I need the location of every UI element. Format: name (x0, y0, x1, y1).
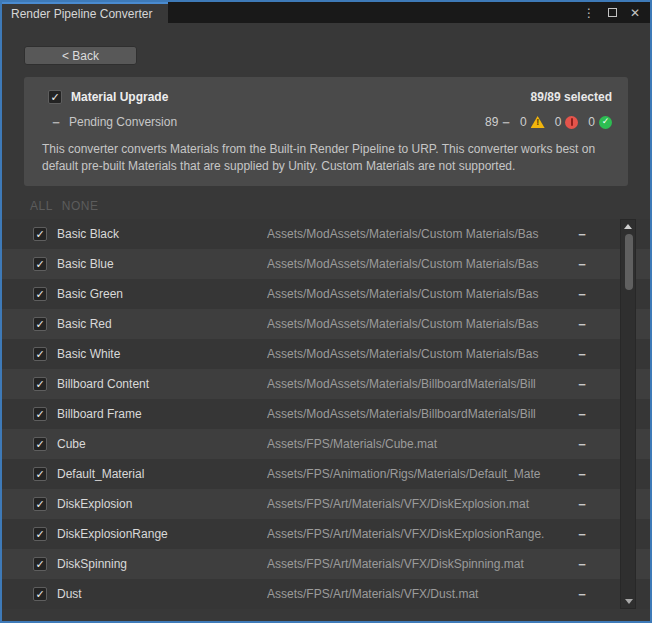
titlebar-controls: ⋮ ✕ (583, 2, 650, 23)
pending-label: Pending Conversion (69, 115, 177, 129)
check-icon: ✓ (35, 228, 44, 239)
pending-minus-icon: − (50, 116, 62, 129)
pending-status-icon: − (576, 377, 588, 392)
selection-controls: ALL NONE (30, 199, 650, 213)
title-bar: Render Pipeline Converter ⋮ ✕ (2, 2, 650, 23)
material-row[interactable]: ✓ DiskExplosion Assets/FPS/Art/Materials… (2, 489, 650, 519)
kebab-menu-icon[interactable]: ⋮ (583, 7, 595, 19)
converter-checkbox[interactable]: ✓ (48, 90, 62, 104)
maximize-icon[interactable] (608, 6, 617, 19)
material-row[interactable]: ✓ Billboard Content Assets/ModAssets/Mat… (2, 369, 650, 399)
select-all-button[interactable]: ALL (30, 199, 53, 213)
pending-status-icon: − (576, 497, 588, 512)
material-name: Billboard Frame (57, 407, 267, 421)
check-icon: ✓ (50, 91, 59, 102)
material-checkbox[interactable]: ✓ (33, 377, 47, 391)
material-name: Dust (57, 587, 267, 601)
select-none-button[interactable]: NONE (62, 199, 99, 213)
material-checkbox[interactable]: ✓ (33, 587, 47, 601)
pending-conversion-row: − Pending Conversion 89 − 0 0 (34, 115, 616, 129)
converter-header-row: ✓ Material Upgrade 89/89 selected (34, 90, 616, 104)
material-path: Assets/FPS/Art/Materials/VFX/DiskSpinnin… (267, 557, 576, 571)
vertical-scrollbar[interactable] (620, 219, 636, 609)
material-row[interactable]: ✓ Billboard Frame Assets/ModAssets/Mater… (2, 399, 650, 429)
material-name: Basic Blue (57, 257, 267, 271)
success-icon (599, 116, 612, 129)
check-icon: ✓ (35, 588, 44, 599)
pending-status-icon: − (576, 467, 588, 482)
pending-status-icon: − (576, 557, 588, 572)
material-row[interactable]: ✓ DiskSpinning Assets/FPS/Art/Materials/… (2, 549, 650, 579)
pending-status-icon: − (576, 257, 588, 272)
check-icon: ✓ (35, 558, 44, 569)
check-icon: ✓ (35, 408, 44, 419)
material-name: DiskExplosion (57, 497, 267, 511)
material-row[interactable]: ✓ Basic Blue Assets/ModAssets/Materials/… (2, 249, 650, 279)
material-name: DiskSpinning (57, 557, 267, 571)
check-icon: ✓ (35, 498, 44, 509)
materials-list: ✓ Basic Black Assets/ModAssets/Materials… (2, 219, 650, 609)
minus-icon: − (502, 116, 510, 129)
tab-render-pipeline-converter[interactable]: Render Pipeline Converter (2, 2, 168, 23)
material-path: Assets/FPS/Animation/Rigs/Materials/Defa… (267, 467, 576, 481)
pending-status-icon: − (576, 407, 588, 422)
material-checkbox[interactable]: ✓ (33, 317, 47, 331)
material-checkbox[interactable]: ✓ (33, 257, 47, 271)
material-row[interactable]: ✓ Basic Green Assets/ModAssets/Materials… (2, 279, 650, 309)
material-path: Assets/ModAssets/Materials/Custom Materi… (267, 347, 576, 361)
scroll-up-icon[interactable] (624, 224, 632, 229)
converter-description: This converter converts Materials from t… (42, 141, 616, 175)
material-path: Assets/ModAssets/Materials/Custom Materi… (267, 257, 576, 271)
selected-summary: 89/89 selected (531, 90, 616, 104)
material-checkbox[interactable]: ✓ (33, 527, 47, 541)
pending-status-icon: − (576, 347, 588, 362)
material-checkbox[interactable]: ✓ (33, 347, 47, 361)
titlebar-spacer (168, 2, 583, 23)
pending-status-icon: − (576, 527, 588, 542)
material-checkbox[interactable]: ✓ (33, 287, 47, 301)
pending-status-icon: − (576, 587, 588, 602)
material-path: Assets/FPS/Materials/Cube.mat (267, 437, 576, 451)
converter-name: Material Upgrade (71, 90, 168, 104)
error-count-group: 0 (555, 115, 579, 129)
material-path: Assets/ModAssets/Materials/BillboardMate… (267, 407, 576, 421)
check-icon: ✓ (35, 468, 44, 479)
warning-count-group: 0 (520, 115, 545, 129)
material-checkbox[interactable]: ✓ (33, 497, 47, 511)
check-icon: ✓ (35, 378, 44, 389)
material-row[interactable]: ✓ Default_Material Assets/FPS/Animation/… (2, 459, 650, 489)
material-name: Billboard Content (57, 377, 267, 391)
material-row[interactable]: ✓ Basic Black Assets/ModAssets/Materials… (2, 219, 650, 249)
material-checkbox[interactable]: ✓ (33, 437, 47, 451)
window-title: Render Pipeline Converter (11, 7, 152, 21)
close-icon[interactable]: ✕ (630, 7, 640, 19)
material-row[interactable]: ✓ DiskExplosionRange Assets/FPS/Art/Mate… (2, 519, 650, 549)
check-icon: ✓ (35, 318, 44, 329)
check-icon: ✓ (35, 258, 44, 269)
material-row[interactable]: ✓ Basic Red Assets/ModAssets/Materials/C… (2, 309, 650, 339)
warning-icon (531, 116, 545, 128)
material-row[interactable]: ✓ Basic White Assets/ModAssets/Materials… (2, 339, 650, 369)
scrollbar-thumb[interactable] (625, 234, 633, 290)
material-checkbox[interactable]: ✓ (33, 557, 47, 571)
material-name: DiskExplosionRange (57, 527, 267, 541)
material-checkbox[interactable]: ✓ (33, 407, 47, 421)
back-button[interactable]: < Back (24, 46, 137, 65)
conversion-counters: 89 − 0 0 0 (485, 115, 616, 129)
material-checkbox[interactable]: ✓ (33, 227, 47, 241)
material-checkbox[interactable]: ✓ (33, 467, 47, 481)
material-row[interactable]: ✓ Dust Assets/FPS/Art/Materials/VFX/Dust… (2, 579, 650, 609)
materials-list-area: ✓ Basic Black Assets/ModAssets/Materials… (2, 219, 650, 621)
material-path: Assets/FPS/Art/Materials/VFX/Dust.mat (267, 587, 576, 601)
success-count-group: 0 (588, 115, 612, 129)
check-icon: ✓ (35, 348, 44, 359)
pending-status-icon: − (576, 227, 588, 242)
material-name: Basic Green (57, 287, 267, 301)
material-path: Assets/FPS/Art/Materials/VFX/DiskExplosi… (267, 527, 576, 541)
scroll-down-icon[interactable] (625, 599, 633, 604)
material-name: Basic White (57, 347, 267, 361)
pending-count-group: 89 − (485, 115, 510, 129)
check-icon: ✓ (35, 288, 44, 299)
material-row[interactable]: ✓ Cube Assets/FPS/Materials/Cube.mat − (2, 429, 650, 459)
pending-status-icon: − (576, 437, 588, 452)
